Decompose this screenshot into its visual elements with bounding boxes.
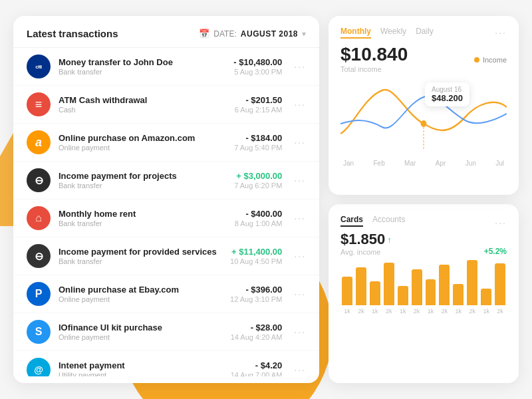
income-tab-daily[interactable]: Daily bbox=[416, 27, 434, 39]
bar-x-label: 2k bbox=[469, 308, 476, 315]
tx-avatar: ≡ bbox=[27, 92, 51, 116]
income-menu-icon[interactable]: ··· bbox=[495, 27, 507, 38]
bar-group: 1k bbox=[426, 279, 436, 315]
tx-more-icon[interactable]: ··· bbox=[290, 175, 306, 186]
tx-amount: - $10,480.00 bbox=[233, 57, 282, 67]
tx-name: Monthly home rent bbox=[59, 209, 227, 219]
bar-x-label: 2k bbox=[358, 308, 364, 315]
tx-name: IOfinance UI kit purchase bbox=[59, 323, 223, 332]
transaction-row[interactable]: ≡ ATM Cash withdrawal Cash - $201.50 6 A… bbox=[13, 86, 319, 124]
transactions-list: citi Money transfer to John Doe Bank tra… bbox=[13, 48, 319, 376]
tx-info: ATM Cash withdrawal Cash bbox=[59, 95, 227, 114]
bar-group: 2k bbox=[412, 269, 422, 315]
transaction-row[interactable]: ⊖ Income payment for projects Bank trans… bbox=[13, 162, 319, 200]
tx-amount-col: + $11,400.00 10 Aug 4:50 PM bbox=[230, 247, 282, 265]
tx-name: Income payment for projects bbox=[59, 171, 226, 181]
cards-tab-accounts[interactable]: Accounts bbox=[372, 215, 405, 227]
tx-avatar: S bbox=[27, 320, 51, 344]
chart-x-label: Jan bbox=[343, 160, 354, 167]
tx-type: Online payment bbox=[59, 333, 223, 341]
tx-date: 14 Aug 4:20 AM bbox=[231, 333, 283, 341]
bar-group: 2k bbox=[467, 260, 477, 315]
transaction-row[interactable]: @ Intenet payment Utility payment - $4.2… bbox=[13, 351, 319, 376]
tx-info: IOfinance UI kit purchase Online payment bbox=[59, 323, 223, 341]
tx-date: 8 Aug 1:00 AM bbox=[235, 219, 283, 227]
transaction-row[interactable]: S IOfinance UI kit purchase Online payme… bbox=[13, 313, 319, 351]
legend-dot-income bbox=[474, 57, 479, 63]
bar-group: 1k bbox=[453, 284, 464, 315]
bar-group: 2k bbox=[495, 263, 505, 315]
bar-group: 1k bbox=[481, 289, 491, 315]
transaction-row[interactable]: ⊖ Income payment for provided services B… bbox=[13, 237, 319, 275]
tx-avatar: ⌂ bbox=[27, 206, 51, 230]
bar bbox=[370, 281, 380, 305]
tx-type: Cash bbox=[59, 106, 227, 114]
chevron-down-icon[interactable]: ▾ bbox=[302, 29, 306, 39]
bar-x-label: 1k bbox=[428, 308, 434, 315]
legend-label: Income bbox=[483, 56, 507, 64]
transaction-row[interactable]: citi Money transfer to John Doe Bank tra… bbox=[13, 48, 319, 86]
tx-more-icon[interactable]: ··· bbox=[290, 99, 306, 110]
income-tab-monthly[interactable]: Monthly bbox=[340, 27, 371, 39]
tx-amount: - $400.00 bbox=[235, 209, 283, 219]
transactions-card: Latest transactions 📅 DATE: AUGUST 2018 … bbox=[13, 16, 319, 383]
cards-tab-cards[interactable]: Cards bbox=[340, 215, 363, 227]
tx-date: 6 Aug 2:15 AM bbox=[235, 106, 283, 114]
right-column: MonthlyWeeklyDaily ··· $10.840 Total inc… bbox=[329, 16, 519, 383]
tx-more-icon[interactable]: ··· bbox=[290, 251, 306, 261]
tx-date: 10 Aug 4:50 PM bbox=[230, 257, 282, 265]
tx-avatar: P bbox=[27, 282, 51, 306]
date-filter[interactable]: 📅 DATE: AUGUST 2018 ▾ bbox=[199, 29, 306, 39]
tx-type: Bank transfer bbox=[59, 68, 225, 76]
bar-group: 2k bbox=[356, 267, 366, 315]
tx-amount-col: - $396.00 12 Aug 3:10 PM bbox=[230, 285, 282, 303]
tx-more-icon[interactable]: ··· bbox=[290, 137, 306, 148]
tx-name: Intenet payment bbox=[59, 360, 223, 370]
tx-info: Online purchase at Ebay.com Online payme… bbox=[59, 285, 222, 303]
tx-amount: + $11,400.00 bbox=[230, 247, 282, 257]
tx-amount-col: - $28.00 14 Aug 4:20 AM bbox=[231, 323, 283, 341]
bar-x-label: 2k bbox=[414, 308, 420, 315]
tx-date: 7 Aug 5:40 PM bbox=[234, 144, 282, 152]
cards-avg-label: Avg. income bbox=[340, 248, 392, 256]
tx-more-icon[interactable]: ··· bbox=[290, 61, 306, 72]
tx-amount-col: - $201.50 6 Aug 2:15 AM bbox=[235, 95, 283, 114]
bar-group: 2k bbox=[439, 265, 450, 315]
tx-avatar: citi bbox=[27, 55, 51, 78]
bar-chart: 1k 2k 1k 2k 1k 2k 1k 2k 1k 2k 1k 2k bbox=[340, 261, 507, 315]
chart-x-labels: JanFebMarAprJunJul bbox=[340, 160, 507, 167]
bar bbox=[481, 289, 491, 305]
tx-avatar: a bbox=[27, 130, 51, 154]
income-tabs: MonthlyWeeklyDaily bbox=[340, 27, 434, 39]
tx-amount: - $28.00 bbox=[231, 323, 283, 332]
income-tabs-row: MonthlyWeeklyDaily ··· bbox=[340, 27, 507, 39]
cards-amount-arrow: ↑ bbox=[387, 235, 392, 245]
transaction-row[interactable]: ⌂ Monthly home rent Bank transfer - $400… bbox=[13, 200, 319, 237]
income-legend: Income bbox=[474, 56, 507, 64]
tx-info: Money transfer to John Doe Bank transfer bbox=[59, 57, 225, 76]
tx-type: Utility payment bbox=[59, 371, 223, 376]
tx-more-icon[interactable]: ··· bbox=[290, 289, 306, 299]
cards-menu-icon[interactable]: ··· bbox=[495, 217, 507, 228]
tx-more-icon[interactable]: ··· bbox=[290, 213, 306, 223]
transaction-row[interactable]: a Online purchase on Amazon.com Online p… bbox=[13, 124, 319, 162]
bar-group: 1k bbox=[370, 281, 380, 315]
income-tab-weekly[interactable]: Weekly bbox=[380, 27, 406, 39]
tx-more-icon[interactable]: ··· bbox=[290, 364, 306, 375]
bar-x-label: 1k bbox=[372, 308, 378, 315]
calendar-icon: 📅 bbox=[199, 29, 209, 39]
chart-x-label: Apr bbox=[436, 160, 446, 167]
tx-date: 7 Aug 6:20 PM bbox=[234, 182, 282, 190]
tx-amount-col: - $10,480.00 5 Aug 3:00 PM bbox=[233, 57, 282, 76]
chart-tooltip: August 16 $48.200 bbox=[425, 82, 469, 106]
chart-x-label: Feb bbox=[374, 160, 385, 167]
bar bbox=[467, 260, 477, 305]
cards-tabs: CardsAccounts bbox=[340, 215, 405, 227]
tx-more-icon[interactable]: ··· bbox=[290, 327, 306, 337]
tx-type: Bank transfer bbox=[59, 219, 227, 227]
tx-info: Income payment for projects Bank transfe… bbox=[59, 171, 226, 190]
transaction-row[interactable]: P Online purchase at Ebay.com Online pay… bbox=[13, 275, 319, 313]
tx-avatar: ⊖ bbox=[27, 168, 51, 192]
cards-header: $1.850 ↑ Avg. income +5.2% bbox=[340, 231, 507, 256]
bar bbox=[356, 267, 366, 305]
